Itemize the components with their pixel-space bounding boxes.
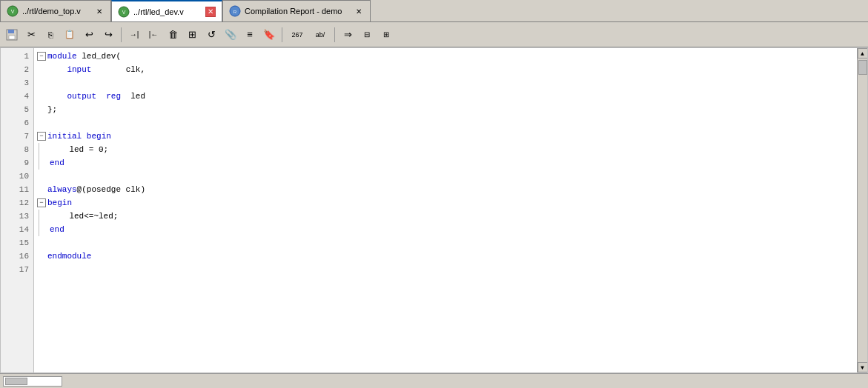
code-line-11: always@(posedge clk) (37, 183, 854, 196)
tab-label-2: ../rtl/led_dev.v (133, 7, 202, 16)
code-line-3 (37, 76, 854, 90)
code-line-1: −module led_dev( (37, 50, 854, 63)
jump-back-button[interactable]: ⊟ (358, 26, 376, 44)
line-numbers: 1234567891011121314151617 (1, 48, 34, 372)
code-token: }; (47, 105, 57, 114)
tab-led-dev[interactable]: V ../rtl/led_dev.v ✕ (111, 0, 222, 21)
tab-label-1: ../rtl/demo_top.v (22, 7, 90, 16)
code-line-7: −initial begin (37, 130, 854, 143)
code-token: end (50, 158, 64, 167)
jump-forward-button[interactable]: ⇒ (339, 26, 357, 44)
svg-text:R: R (233, 10, 237, 14)
bookmark-button[interactable]: 🔖 (260, 26, 278, 44)
code-line-17 (37, 263, 854, 276)
tab-close-2[interactable]: ✕ (205, 7, 216, 17)
paste-button[interactable]: 📋 (61, 26, 79, 44)
copy-button[interactable]: ⎘ (42, 26, 59, 44)
code-token: clk, (91, 65, 145, 74)
code-scroll-area[interactable]: −module led_dev( input clk, output reg l… (34, 48, 857, 372)
code-token: begin (47, 198, 72, 207)
indent-increase-button[interactable]: →| (125, 26, 143, 44)
list-button[interactable]: ≡ (241, 26, 259, 44)
code-line-14: end (39, 223, 854, 236)
code-line-13: led<=~led; (39, 210, 854, 223)
separator-1 (121, 27, 122, 42)
code-token: led_dev( (82, 52, 121, 61)
svg-text:V: V (122, 10, 126, 15)
line-number-11: 11 (1, 183, 33, 196)
line-number-7: 7 (1, 130, 33, 143)
jump-next-button[interactable]: ⊞ (377, 26, 395, 44)
fold-minus-7[interactable]: − (37, 132, 46, 141)
zoom-button[interactable]: 267 (286, 26, 308, 44)
code-token: end (50, 225, 64, 234)
separator-2 (282, 27, 282, 42)
code-token: @(posedge clk) (77, 185, 145, 194)
wordwrap-button[interactable]: ab/ (310, 26, 331, 44)
separator-3 (334, 27, 335, 42)
line-number-12: 12 (1, 196, 33, 210)
scroll-down-arrow[interactable]: ▼ (858, 362, 868, 372)
bottom-bar (0, 373, 868, 388)
h-scrollbar-thumb[interactable] (5, 378, 27, 385)
code-token (50, 145, 69, 154)
code-token: led = 0; (69, 145, 108, 154)
tab-demo-top[interactable]: V ../rtl/demo_top.v ✕ (0, 0, 111, 21)
line-number-8: 8 (1, 143, 33, 156)
code-token: module (47, 52, 82, 61)
cut-button[interactable]: ✂ (22, 26, 40, 44)
tab-icon-3: R (229, 5, 241, 17)
code-token (82, 132, 87, 141)
refresh-button[interactable]: ↺ (202, 26, 220, 44)
save-button[interactable] (3, 26, 21, 44)
tab-label-3: Compilation Report - demo (245, 7, 350, 16)
tab-close-3[interactable]: ✕ (354, 6, 364, 16)
code-editor: 1234567891011121314151617 −module led_de… (0, 47, 868, 373)
code-line-5: }; (37, 103, 854, 116)
svg-rect-8 (9, 36, 15, 39)
code-line-4: output reg led (37, 90, 854, 103)
scrollbar-right[interactable]: ▲ ▼ (857, 48, 867, 372)
svg-text:V: V (11, 9, 15, 14)
line-number-5: 5 (1, 103, 33, 116)
code-line-12: −begin (37, 196, 854, 210)
tab-close-1[interactable]: ✕ (94, 6, 105, 16)
indent-decrease-button[interactable]: |← (145, 26, 162, 44)
attach-button[interactable]: 📎 (222, 26, 239, 44)
code-line-10 (37, 170, 854, 183)
tab-icon-1: V (7, 5, 19, 17)
code-token: led (121, 92, 145, 101)
tab-bar: V ../rtl/demo_top.v ✕ V ../rtl/led_dev.v… (0, 0, 868, 22)
code-token (50, 212, 69, 221)
line-number-16: 16 (1, 250, 33, 263)
code-token: begin (87, 132, 111, 141)
code-token (47, 92, 67, 101)
toolbar: ✂ ⎘ 📋 ↩ ↪ →| |← 🗑 ⊞ ↺ 📎 ≡ 🔖 267 ab/ ⇒ ⊟ … (0, 22, 868, 47)
code-token: led<=~led; (69, 212, 118, 221)
tab-compilation-report[interactable]: R Compilation Report - demo ✕ (222, 0, 371, 21)
redo-button[interactable]: ↪ (99, 26, 117, 44)
code-line-2: input clk, (37, 63, 854, 76)
scroll-up-arrow[interactable]: ▲ (858, 48, 868, 58)
line-number-14: 14 (1, 223, 33, 236)
undo-button[interactable]: ↩ (80, 26, 98, 44)
h-scrollbar[interactable] (3, 376, 62, 387)
code-line-8: led = 0; (39, 143, 854, 156)
line-number-1: 1 (1, 50, 33, 63)
code-line-15 (37, 236, 854, 250)
code-token: input (67, 65, 91, 74)
code-line-6 (37, 116, 854, 130)
tab-icon-2: V (118, 6, 130, 18)
line-number-9: 9 (1, 156, 33, 170)
code-token (47, 65, 67, 74)
line-number-4: 4 (1, 90, 33, 103)
line-number-6: 6 (1, 116, 33, 130)
block-button[interactable]: ⊞ (183, 26, 201, 44)
fold-minus-12[interactable]: − (37, 198, 46, 207)
delete-button[interactable]: 🗑 (164, 26, 182, 44)
scroll-thumb[interactable] (858, 60, 867, 75)
fold-minus-1[interactable]: − (37, 52, 46, 61)
code-token: reg (106, 92, 121, 101)
code-line-9: end (39, 156, 854, 170)
line-number-2: 2 (1, 63, 33, 76)
